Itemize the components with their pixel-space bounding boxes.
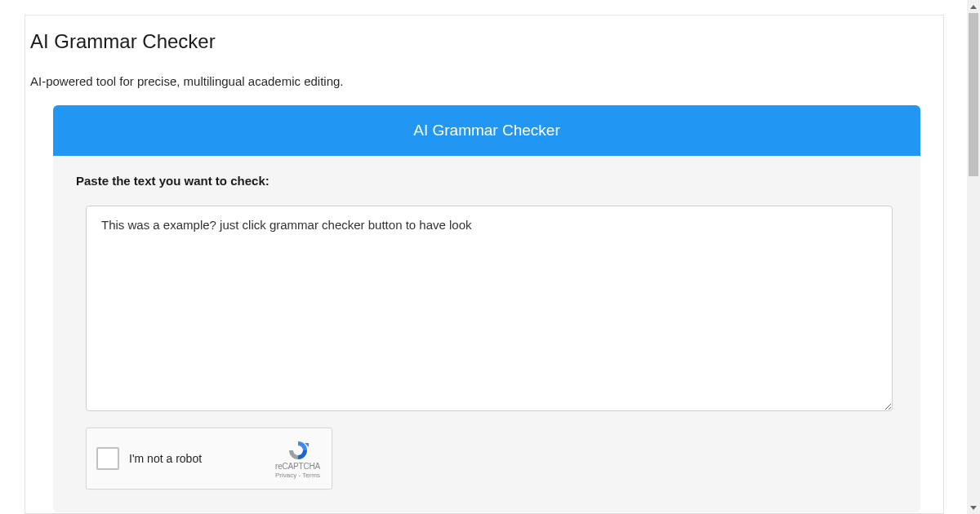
main-panel: AI Grammar Checker AI-powered tool for p… (24, 15, 944, 514)
page-title: AI Grammar Checker (25, 16, 943, 53)
textarea-label: Paste the text you want to check: (76, 174, 898, 188)
page-subtitle: AI-powered tool for precise, multilingua… (25, 53, 943, 88)
recaptcha-widget: I'm not a robot reCAPTCHA Privacy - Term… (86, 428, 332, 490)
card-header: AI Grammar Checker (53, 105, 920, 156)
arrow-down-icon (970, 506, 977, 510)
recaptcha-logo-icon (285, 439, 311, 462)
grammar-card: AI Grammar Checker Paste the text you wa… (53, 105, 920, 512)
card-body: Paste the text you want to check: I'm no… (53, 156, 920, 512)
vertical-scrollbar[interactable] (967, 0, 980, 514)
page-wrapper: AI Grammar Checker AI-powered tool for p… (0, 0, 980, 514)
arrow-up-icon (970, 5, 977, 9)
recaptcha-brand-text: reCAPTCHA (275, 462, 320, 471)
scrollbar-down-button[interactable] (967, 501, 980, 514)
scrollbar-thumb[interactable] (969, 13, 978, 176)
scrollbar-up-button[interactable] (967, 0, 980, 13)
recaptcha-checkbox[interactable] (96, 447, 119, 470)
recaptcha-brand: reCAPTCHA Privacy - Terms (275, 439, 320, 479)
recaptcha-label: I'm not a robot (129, 452, 275, 465)
card-header-title: AI Grammar Checker (413, 122, 559, 140)
text-input[interactable] (86, 206, 893, 411)
recaptcha-links[interactable]: Privacy - Terms (275, 472, 320, 479)
